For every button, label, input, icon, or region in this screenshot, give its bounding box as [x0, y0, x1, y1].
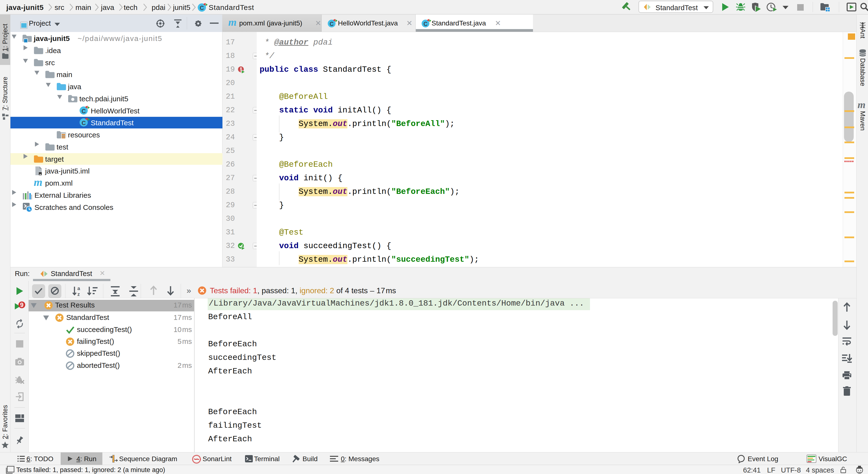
svg-text:a: a	[78, 286, 80, 291]
svg-text:C: C	[200, 5, 204, 11]
svg-text:9: 9	[20, 301, 24, 308]
svg-text:z: z	[78, 292, 80, 297]
svg-text:C: C	[82, 120, 86, 126]
svg-text:C: C	[330, 21, 334, 27]
svg-text:C: C	[424, 21, 428, 27]
svg-text:C: C	[82, 108, 86, 114]
